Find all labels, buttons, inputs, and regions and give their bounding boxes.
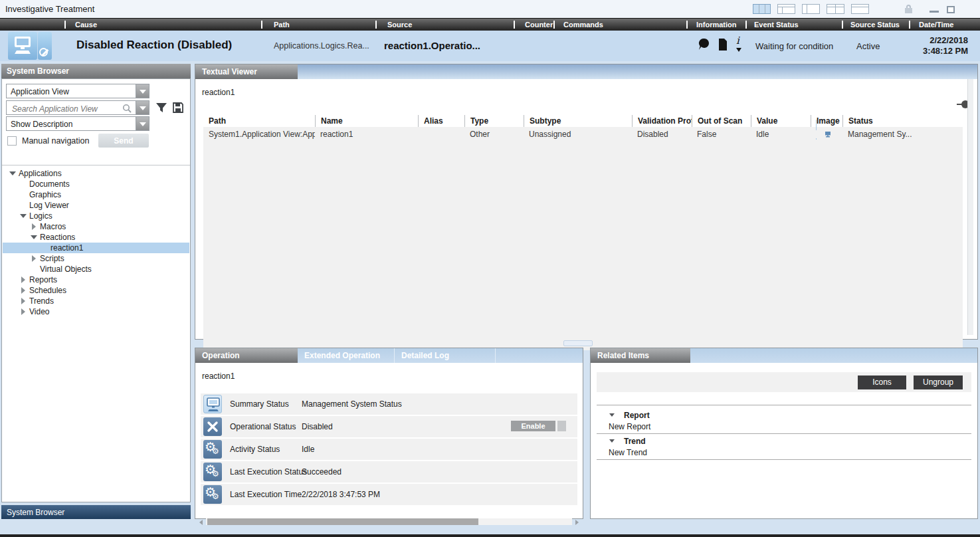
- header-col-commands: Commands: [563, 21, 603, 29]
- document-icon[interactable]: [718, 37, 728, 52]
- event-row[interactable]: Disabled Reaction (Disabled) Application…: [0, 31, 980, 61]
- tree-item-trends[interactable]: Trends: [3, 296, 189, 306]
- vertical-scrollbar[interactable]: [967, 79, 973, 335]
- ungroup-button[interactable]: Ungroup: [914, 376, 963, 389]
- tree-item-video[interactable]: Video: [3, 306, 189, 317]
- tree-item-label: Macros: [40, 222, 66, 231]
- header-separator: [64, 21, 66, 29]
- tree-item-graphics[interactable]: Graphics: [3, 189, 189, 200]
- manual-navigation-checkbox[interactable]: [7, 136, 17, 146]
- tree-item-macros[interactable]: Macros: [3, 221, 189, 232]
- tree-expand-icon[interactable]: [20, 308, 29, 315]
- chevron-down-icon[interactable]: [136, 117, 149, 130]
- scroll-left-icon[interactable]: [199, 520, 203, 525]
- scrollbar-thumb[interactable]: [207, 518, 478, 525]
- table-header-alias[interactable]: Alias: [418, 115, 464, 127]
- enable-button[interactable]: Enable: [511, 421, 555, 431]
- related-item-new-trend[interactable]: New Trend: [597, 447, 971, 458]
- operation-row-label: Operational Status: [230, 422, 296, 431]
- tree-item-log-viewer[interactable]: Log Viewer: [3, 200, 189, 211]
- table-header-path[interactable]: Path: [203, 115, 315, 127]
- tree-expand-icon[interactable]: [31, 223, 40, 230]
- tab-related-items[interactable]: Related Items: [591, 348, 690, 363]
- search-input[interactable]: [11, 104, 117, 114]
- group-collapse-icon[interactable]: [609, 413, 615, 417]
- tree-expand-icon[interactable]: [31, 255, 40, 262]
- table-header-name[interactable]: Name: [315, 115, 418, 127]
- layout-columns-icon[interactable]: [753, 4, 771, 14]
- layout-top-left-icon[interactable]: [777, 4, 795, 14]
- horizontal-scrollbar[interactable]: [199, 518, 579, 526]
- tree-item-applications[interactable]: Applications: [3, 168, 189, 179]
- layout-plain-icon[interactable]: [851, 4, 869, 14]
- tree-collapse-icon[interactable]: [20, 213, 29, 219]
- window-bottom-border: [0, 534, 980, 537]
- header-col-date-time: Date/Time: [919, 21, 953, 29]
- icons-button[interactable]: Icons: [858, 376, 906, 389]
- table-header-validation-profile[interactable]: Validation Profile: [632, 115, 692, 127]
- funnel-icon[interactable]: [155, 102, 167, 114]
- table-header-value[interactable]: Value: [751, 115, 811, 127]
- event-time: 3:48:12 PM: [923, 46, 968, 56]
- operation-content: reaction1 Summary StatusManagement Syste…: [195, 363, 583, 518]
- description-select[interactable]: Show Description: [6, 116, 149, 131]
- tree-item-logics[interactable]: Logics: [3, 211, 189, 221]
- tree-item-documents[interactable]: Documents: [3, 179, 189, 189]
- operation-row-label: Summary Status: [230, 399, 289, 409]
- tree-collapse-icon[interactable]: [31, 234, 40, 241]
- related-items-panel: Related Items Icons Ungroup ReportNew Re…: [590, 348, 978, 519]
- tree-expand-icon[interactable]: [20, 276, 29, 283]
- search-combo[interactable]: [6, 100, 149, 115]
- disabled-badge-icon: [38, 32, 52, 60]
- send-button[interactable]: Send: [98, 134, 149, 148]
- tree-collapse-icon[interactable]: [9, 170, 19, 177]
- info-dropdown-icon[interactable]: i: [736, 37, 744, 54]
- layout-grid-icon[interactable]: [827, 4, 844, 14]
- related-group-report[interactable]: Report: [597, 410, 971, 421]
- related-group-trend[interactable]: Trend: [597, 436, 971, 447]
- table-header-out-of-scan[interactable]: Out of Scan: [692, 115, 751, 127]
- tree-expand-icon[interactable]: [20, 298, 29, 304]
- tree-item-reactions[interactable]: Reactions: [3, 232, 189, 243]
- related-item-new-report[interactable]: New Report: [597, 421, 971, 432]
- scroll-right-icon[interactable]: [575, 520, 579, 525]
- gears-icon: ⚙⚙: [203, 463, 222, 481]
- tree-item-label: Schedules: [29, 286, 66, 295]
- tab-textual-viewer[interactable]: Textual Viewer: [195, 64, 298, 79]
- scrollbar-track[interactable]: [206, 518, 572, 525]
- annotation-icon[interactable]: [698, 37, 710, 52]
- tree-indent-spacer: [31, 266, 40, 272]
- tab-detailed-log[interactable]: Detailed Log: [395, 348, 496, 363]
- system-browser-footer-tab[interactable]: System Browser: [1, 505, 191, 519]
- group-collapse-icon[interactable]: [609, 439, 615, 443]
- table-row[interactable]: System1.Application View:Applicatio...re…: [203, 127, 963, 140]
- view-select[interactable]: Application View: [6, 84, 149, 98]
- table-header-subtype[interactable]: Subtype: [524, 115, 632, 127]
- cell-alias: [418, 133, 464, 134]
- tab-extended-operation[interactable]: Extended Operation: [298, 348, 395, 363]
- window-title: Investigative Treatment: [5, 4, 94, 14]
- chevron-down-icon[interactable]: [136, 101, 149, 114]
- chevron-down-icon[interactable]: [136, 84, 149, 98]
- system-browser-body: Application View Show Description: [1, 78, 191, 502]
- enable-button-side[interactable]: [557, 421, 566, 431]
- maximize-icon[interactable]: [947, 6, 955, 13]
- tab-operation[interactable]: Operation: [195, 348, 298, 363]
- splitter-handle[interactable]: [563, 340, 593, 346]
- tree-item-virtual-objects[interactable]: Virtual Objects: [3, 264, 189, 274]
- tree-item-reaction1[interactable]: reaction1: [3, 243, 189, 253]
- table-header-type[interactable]: Type: [464, 115, 524, 127]
- floppy-icon[interactable]: [172, 102, 184, 114]
- operation-row-value: Succeeded: [302, 467, 342, 477]
- source-status: Active: [856, 41, 880, 51]
- event-path: Applications.Logics.Rea...: [274, 41, 369, 51]
- tree-item-schedules[interactable]: Schedules: [3, 285, 189, 296]
- tree-item-scripts[interactable]: Scripts: [3, 253, 189, 264]
- layout-left-icon[interactable]: [802, 4, 820, 14]
- tree-expand-icon[interactable]: [20, 287, 29, 294]
- cell-subtype: Unassigned: [524, 128, 632, 139]
- tree-item-reports[interactable]: Reports: [3, 274, 189, 285]
- cell-name: reaction1: [315, 128, 418, 139]
- table-header-status[interactable]: Status: [842, 115, 963, 127]
- minimize-icon[interactable]: [930, 11, 939, 13]
